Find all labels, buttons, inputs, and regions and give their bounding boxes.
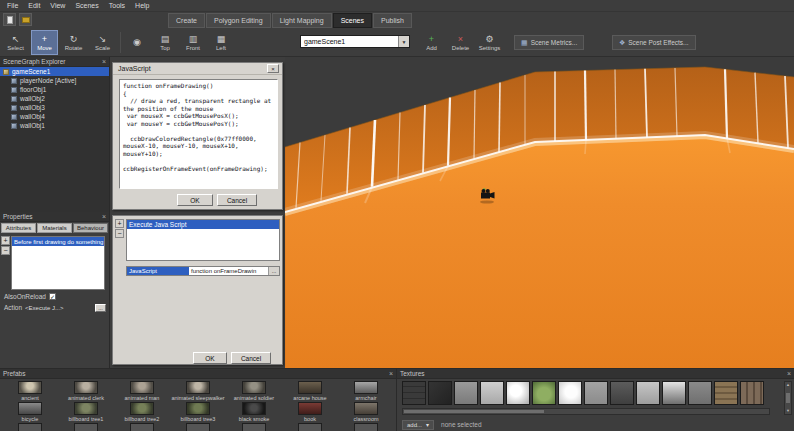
delete-scene-button[interactable]: × Delete <box>447 30 474 55</box>
prefab-item[interactable]: billboard tree3 <box>170 402 226 422</box>
prefab-item[interactable]: animated sleepwalker <box>170 381 226 401</box>
texture-thumbnail[interactable] <box>506 381 530 405</box>
textures-vertical-scrollbar[interactable]: ▲ ▼ <box>784 381 792 415</box>
tree-node-wallobj2[interactable]: wallObj2 <box>0 94 109 103</box>
prefab-item[interactable] <box>226 423 282 431</box>
texture-thumbnail[interactable] <box>402 381 426 405</box>
close-icon[interactable]: × <box>787 370 791 377</box>
prefab-item[interactable]: animated soldier <box>226 381 282 401</box>
prefab-item[interactable] <box>114 423 170 431</box>
ok-button[interactable]: OK <box>193 352 227 364</box>
viewport-canvas[interactable] <box>285 57 794 368</box>
property-value-cell[interactable]: function onFrameDrawin <box>189 267 268 275</box>
edit-script-button[interactable]: ... <box>268 267 279 275</box>
ok-button[interactable]: OK <box>177 194 213 206</box>
javascript-code-editor[interactable]: function onFrameDrawing() { // draw a re… <box>119 79 278 189</box>
texture-thumbnail[interactable] <box>688 381 712 405</box>
action-list-item[interactable]: Execute Java Script <box>127 220 279 229</box>
action-list[interactable]: Execute Java Script <box>126 219 280 261</box>
perspective-view-button[interactable]: ◉ <box>126 30 148 55</box>
cancel-button[interactable]: Cancel <box>217 194 257 206</box>
tab-materials[interactable]: Materials <box>37 223 72 233</box>
scene-selector-dropdown[interactable]: gameScene1 ▼ <box>300 35 410 48</box>
close-icon[interactable]: × <box>267 64 279 73</box>
new-document-icon[interactable] <box>3 13 16 26</box>
scale-tool-button[interactable]: ↘ Scale <box>89 30 116 55</box>
add-behavior-button[interactable]: + <box>1 236 10 245</box>
texture-thumbnail[interactable] <box>428 381 452 405</box>
close-icon[interactable]: × <box>389 370 393 377</box>
property-name-cell[interactable]: JavaScript <box>127 267 189 275</box>
prefab-item[interactable] <box>170 423 226 431</box>
menu-edit[interactable]: Edit <box>23 2 45 9</box>
action-edit-button[interactable]: ... <box>95 304 106 312</box>
prefab-item[interactable]: billboard tree2 <box>114 402 170 422</box>
tab-create[interactable]: Create <box>168 13 205 28</box>
texture-thumbnail[interactable] <box>584 381 608 405</box>
tab-publish[interactable]: Publish <box>373 13 412 28</box>
add-scene-button[interactable]: + Add <box>418 30 445 55</box>
tree-node-floorobj1[interactable]: floorObj1 <box>0 85 109 94</box>
prefab-item[interactable]: animated man <box>114 381 170 401</box>
rotate-tool-button[interactable]: ↻ Rotate <box>60 30 87 55</box>
prefab-item[interactable]: billboard tree1 <box>58 402 114 422</box>
tab-scenes[interactable]: Scenes <box>333 13 372 28</box>
texture-thumbnail[interactable] <box>532 381 556 405</box>
behavior-list[interactable]: Before first drawing do something <box>11 236 105 290</box>
viewport-3d[interactable] <box>285 57 794 368</box>
tab-polygon-editing[interactable]: Polygon Editing <box>206 13 271 28</box>
move-tool-button[interactable]: + Move <box>31 30 58 55</box>
prefab-item[interactable]: ancient <box>2 381 58 401</box>
prefab-item[interactable]: arcane house <box>282 381 338 401</box>
texture-thumbnail[interactable] <box>662 381 686 405</box>
texture-thumbnail[interactable] <box>610 381 634 405</box>
texture-thumbnail[interactable] <box>714 381 738 405</box>
menu-scenes[interactable]: Scenes <box>70 2 103 9</box>
tree-node-gamescene1[interactable]: gameScene1 <box>0 67 109 76</box>
settings-button[interactable]: ⚙ Settings <box>476 30 503 55</box>
prefab-item[interactable]: black smoke <box>226 402 282 422</box>
javascript-dialog-titlebar[interactable]: JavaScript × <box>113 63 282 75</box>
add-texture-dropdown[interactable]: add... ▾ <box>402 420 434 430</box>
close-icon[interactable]: × <box>102 58 106 65</box>
tree-node-wallobj4[interactable]: wallObj4 <box>0 112 109 121</box>
tree-node-wallobj1[interactable]: wallObj1 <box>0 121 109 130</box>
texture-thumbnail[interactable] <box>558 381 582 405</box>
scene-post-effects-button[interactable]: ❖ Scene Post Effects... <box>612 35 696 50</box>
texture-thumbnail[interactable] <box>636 381 660 405</box>
prefab-item[interactable]: armchair <box>338 381 394 401</box>
scroll-down-icon[interactable]: ▼ <box>786 408 790 414</box>
tab-attributes[interactable]: Attributes <box>1 223 36 233</box>
prefab-item[interactable]: book <box>282 402 338 422</box>
tab-behaviour[interactable]: Behaviour <box>73 223 108 233</box>
prefab-item[interactable]: classroom <box>338 402 394 422</box>
menu-view[interactable]: View <box>45 2 70 9</box>
prefab-item[interactable]: animated clerk <box>58 381 114 401</box>
prefab-item[interactable] <box>58 423 114 431</box>
add-action-button[interactable]: + <box>115 219 124 228</box>
prefab-item[interactable] <box>282 423 338 431</box>
texture-thumbnail[interactable] <box>480 381 504 405</box>
close-icon[interactable]: × <box>102 213 106 220</box>
remove-behavior-button[interactable]: − <box>1 246 10 255</box>
top-view-button[interactable]: ▤ Top <box>152 30 178 55</box>
scrollbar-thumb[interactable] <box>404 410 544 413</box>
texture-thumbnail[interactable] <box>454 381 478 405</box>
left-view-button[interactable]: ▦ Left <box>208 30 234 55</box>
tree-node-wallobj3[interactable]: wallObj3 <box>0 103 109 112</box>
menu-help[interactable]: Help <box>130 2 154 9</box>
front-view-button[interactable]: ▥ Front <box>180 30 206 55</box>
prefab-item[interactable]: bicycle <box>2 402 58 422</box>
prefab-item[interactable] <box>338 423 394 431</box>
open-folder-icon[interactable] <box>19 13 32 26</box>
prefab-item[interactable] <box>2 423 58 431</box>
tab-light-mapping[interactable]: Light Mapping <box>272 13 332 28</box>
menu-tools[interactable]: Tools <box>104 2 130 9</box>
also-on-reload-checkbox[interactable]: ✓ <box>49 293 56 300</box>
menu-file[interactable]: File <box>2 2 23 9</box>
scroll-up-icon[interactable]: ▲ <box>786 382 790 388</box>
tree-node-playernode[interactable]: playerNode [Active] <box>0 76 109 85</box>
behavior-list-item[interactable]: Before first drawing do something <box>12 237 104 246</box>
cancel-button[interactable]: Cancel <box>231 352 271 364</box>
select-tool-button[interactable]: ↖ Select <box>2 30 29 55</box>
